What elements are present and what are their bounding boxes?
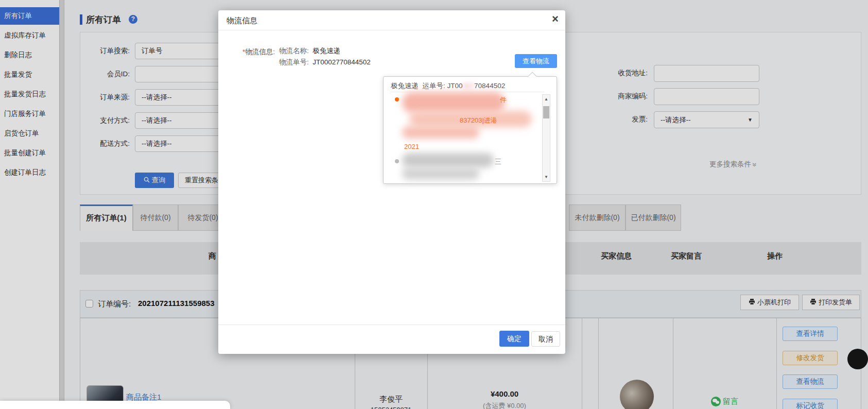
redacted-waybill-digits: 027	[463, 82, 475, 90]
tracking-fragment: 件	[500, 95, 507, 105]
tracking-popup: 极兔速递 运单号: JT0002770844502 件 837203|进港 20…	[383, 76, 557, 184]
close-icon[interactable]: ×	[552, 12, 559, 26]
logistics-name-line: 物流名称: 极兔速递	[279, 46, 340, 56]
tracking-fragment: 三	[495, 157, 501, 166]
logistics-name-value: 极兔速递	[313, 47, 340, 55]
tracking-popup-header: 极兔速递 运单号: JT0002770844502	[391, 81, 505, 91]
logistics-number-value: JT0002770844502	[313, 58, 371, 66]
tracking-fragment: 2021	[404, 143, 419, 150]
scroll-up-icon[interactable]: ▲	[543, 97, 550, 101]
logistics-number-line: 物流单号: JT0002770844502	[279, 58, 371, 67]
tracking-dot-latest	[395, 97, 399, 101]
redacted-text-blob	[402, 92, 505, 113]
order-management-page: 所有订单 虚拟库存订单 删除日志 批量发货 批量发货日志 门店服务订单 启货仓订…	[0, 0, 868, 409]
floating-chat-bubble[interactable]	[847, 349, 868, 369]
view-logistics-modal-button[interactable]: 查看物流	[515, 54, 557, 68]
tracking-dot-older	[395, 159, 399, 163]
bottom-left-popup	[0, 401, 230, 409]
scroll-down-icon[interactable]: ▼	[543, 175, 550, 179]
cancel-button[interactable]: 取消	[531, 331, 560, 347]
scrollbar-thumb[interactable]	[543, 106, 549, 118]
redacted-text-blob	[402, 167, 479, 180]
logistics-field-label: *物流信息:	[242, 47, 275, 57]
redacted-text-blob	[402, 153, 494, 167]
modal-title: 物流信息	[227, 16, 257, 26]
tracking-scrollbar[interactable]: ▲ ▼	[542, 94, 550, 182]
tracking-fragment: 837203|进港	[460, 116, 497, 125]
confirm-button[interactable]: 确定	[499, 331, 529, 347]
redacted-text-blob	[402, 126, 479, 139]
logistics-info-modal: 物流信息 × *物流信息: 物流名称: 极兔速递 物流单号: JT0002770…	[218, 10, 565, 354]
